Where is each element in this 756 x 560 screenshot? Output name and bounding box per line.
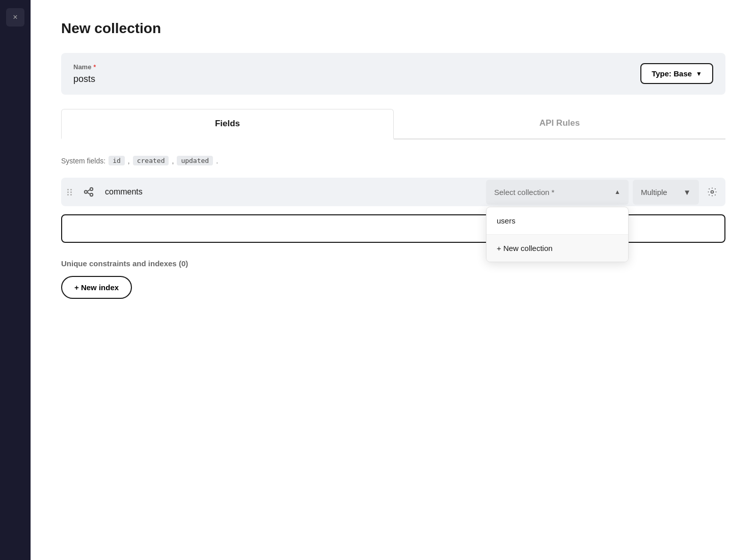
svg-point-0 <box>85 190 88 193</box>
drag-dot <box>70 191 72 193</box>
chevron-down-icon: ▼ <box>696 70 702 77</box>
page-title: New collection <box>61 20 725 37</box>
drag-dot <box>70 189 72 190</box>
multiple-dropdown[interactable]: Multiple ▼ <box>633 180 699 205</box>
tab-api-rules[interactable]: API Rules <box>394 109 725 139</box>
tab-fields[interactable]: Fields <box>61 109 394 139</box>
system-fields-prefix: System fields: <box>61 157 105 165</box>
field-badge-created: created <box>133 156 169 165</box>
system-fields-suffix: . <box>216 157 218 165</box>
drag-dot <box>67 191 69 193</box>
svg-point-2 <box>90 193 93 197</box>
comma-2: , <box>172 157 174 165</box>
dropdown-menu: users + New collection <box>486 207 629 262</box>
required-star: * <box>93 64 96 71</box>
chevron-up-icon: ▲ <box>614 188 620 195</box>
main-content: New collection Name * posts Type: Base ▼… <box>31 0 756 560</box>
constraints-section: Unique constraints and indexes (0) + New… <box>61 259 725 299</box>
field-badge-updated: updated <box>177 156 213 165</box>
tabs-container: Fields API Rules <box>61 109 725 139</box>
field-badge-id: id <box>109 156 125 165</box>
name-field-group: Name * posts <box>73 63 640 85</box>
drag-dot <box>67 189 69 190</box>
svg-point-5 <box>711 191 714 193</box>
drag-dot <box>67 194 69 195</box>
type-button[interactable]: Type: Base ▼ <box>640 63 713 84</box>
svg-line-3 <box>87 189 90 191</box>
multiple-label: Multiple <box>641 188 667 197</box>
field-name-cell: comments <box>99 179 486 205</box>
svg-line-4 <box>87 192 90 194</box>
drag-dots <box>67 189 72 195</box>
sidebar: × <box>0 0 31 560</box>
field-type-icon <box>78 178 99 206</box>
name-section: Name * posts Type: Base ▼ <box>61 53 725 95</box>
dropdown-item-users[interactable]: users <box>487 207 628 235</box>
system-fields: System fields: id , created , updated . <box>61 156 725 165</box>
comma-1: , <box>128 157 130 165</box>
drag-handle[interactable] <box>61 189 78 195</box>
close-button[interactable]: × <box>6 8 24 26</box>
new-index-button[interactable]: + New index <box>61 276 132 299</box>
select-placeholder: Select collection * <box>494 188 554 197</box>
svg-point-1 <box>90 188 93 191</box>
field-row: comments Select collection * ▲ users + N… <box>61 178 725 206</box>
close-icon: × <box>13 13 17 22</box>
collection-name-value: posts <box>73 74 640 85</box>
type-button-label: Type: Base <box>652 69 692 78</box>
dropdown-item-new-collection[interactable]: + New collection <box>487 235 628 262</box>
multiple-chevron-icon: ▼ <box>683 188 691 197</box>
name-label: Name * <box>73 63 640 71</box>
dropdown-wrapper: Select collection * ▲ users + New collec… <box>486 180 629 205</box>
drag-dot <box>70 194 72 195</box>
select-collection-dropdown[interactable]: Select collection * ▲ <box>486 180 629 205</box>
gear-icon[interactable] <box>703 183 721 201</box>
